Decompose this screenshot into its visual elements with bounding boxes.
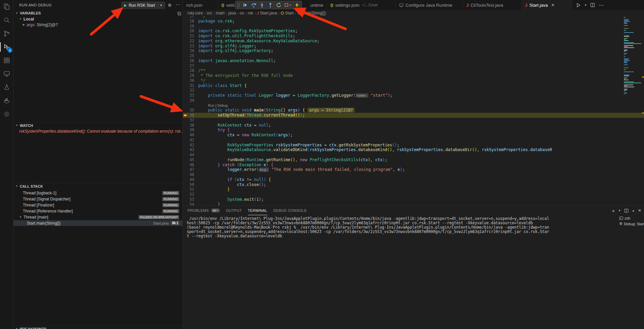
drag-handle-icon[interactable]: [236, 1, 240, 9]
breakpoint-gutter[interactable]: [183, 118, 188, 123]
variable-row-args[interactable]: ▶ args : String[2]@7: [13, 22, 182, 28]
breakpoint-gutter[interactable]: [183, 123, 188, 128]
tab-nch-json[interactable]: nch.json: [183, 0, 218, 10]
terminal-list-item-debug-start[interactable]: ⚙Debug: Start: [618, 221, 644, 227]
breakpoint-gutter[interactable]: [183, 147, 188, 152]
breakpoint-gutter[interactable]: [183, 34, 188, 39]
chevron-down-icon[interactable]: ▼: [584, 4, 587, 7]
step-out-button[interactable]: [267, 1, 274, 9]
docker-icon[interactable]: [0, 94, 13, 107]
remote-explorer-icon[interactable]: [0, 67, 13, 81]
breadcrumb-item[interactable]: main: [216, 11, 225, 15]
breakpoint-gutter[interactable]: [183, 172, 188, 177]
breadcrumb-item[interactable]: rsk: [248, 11, 253, 15]
breakpoint-gutter[interactable]: [183, 29, 188, 34]
panel-views-icon[interactable]: [177, 11, 181, 16]
testing-icon[interactable]: [0, 81, 13, 94]
panel-tab-terminal[interactable]: TERMINAL: [248, 206, 267, 215]
breakpoint-gutter[interactable]: [183, 162, 188, 168]
breakpoint-gutter[interactable]: [183, 128, 188, 133]
panel-tab-problems[interactable]: PROBLEMS1K+: [187, 206, 220, 215]
new-terminal-icon[interactable]: +: [612, 208, 615, 214]
breakpoint-gutter[interactable]: [183, 88, 188, 93]
breakpoint-gutter[interactable]: [183, 143, 188, 148]
stack-frame-row[interactable]: Start.main(String[])Start.java36:1: [13, 220, 182, 226]
maximize-panel-icon[interactable]: ▲: [632, 209, 635, 212]
breakpoint-gutter[interactable]: [183, 133, 188, 138]
tab-start-java[interactable]: JStart.java✕: [522, 0, 572, 10]
variables-section-header[interactable]: ▼ VARIABLES: [13, 10, 182, 16]
breakpoint-gutter[interactable]: [183, 202, 188, 206]
call-stack-thread-row[interactable]: Thread [Signal Dispatcher]RUNNING: [13, 196, 182, 202]
watch-expression-row[interactable]: rskSystemProperties.databaseKind(): Cann…: [13, 128, 182, 134]
breadcrumb-item[interactable]: co: [239, 11, 244, 15]
breakpoint-gutter[interactable]: [183, 39, 188, 44]
current-execution-arrow-icon[interactable]: [183, 113, 188, 118]
split-terminal-icon[interactable]: [624, 208, 629, 213]
variables-scope-local[interactable]: ▼ Local: [13, 16, 182, 22]
minimap[interactable]: [624, 16, 643, 117]
call-stack-thread-row[interactable]: Thread [logback-1]RUNNING: [13, 190, 182, 196]
panel-tab-debug-console[interactable]: DEBUG CONSOLE: [273, 206, 307, 215]
launch-config-dropdown[interactable]: ▶ Run RSK Start ▼: [121, 2, 165, 9]
breadcrumb-item[interactable]: JStart.java: [257, 11, 277, 15]
breakpoints-section-header[interactable]: ▼ BREAKPOINTS: [13, 326, 182, 329]
stop-button[interactable]: ▼: [283, 1, 292, 9]
breakpoint-gutter[interactable]: [183, 192, 188, 197]
breakpoint-gutter[interactable]: [183, 93, 188, 98]
breakpoint-gutter[interactable]: [183, 58, 188, 63]
terminal-output[interactable]: /usr/bin/env /Library/Internet\ Plug-Ins…: [187, 217, 617, 329]
call-stack-thread-row[interactable]: ▼Thread [main]PAUSED ON BREAKPOINT: [13, 214, 182, 220]
extensions-icon[interactable]: [0, 54, 13, 67]
restart-button[interactable]: [275, 1, 282, 9]
tab-clitoolstest-java[interactable]: JCliToolsTest.java: [463, 0, 522, 10]
hot-code-replace-icon[interactable]: [293, 1, 301, 9]
watch-section-header[interactable]: ▼ WATCH: [13, 122, 182, 128]
breakpoint-gutter[interactable]: [183, 138, 188, 143]
breadcrumb-item[interactable]: main(String[]): [298, 11, 326, 15]
tab-settings-json[interactable]: {}settings.json~/.../User: [327, 0, 396, 10]
continue-button[interactable]: [241, 1, 249, 9]
breakpoint-gutter[interactable]: [183, 48, 188, 53]
breakpoint-gutter[interactable]: [183, 19, 188, 24]
breakpoint-gutter[interactable]: [183, 68, 188, 73]
breakpoint-gutter[interactable]: [183, 98, 188, 103]
breakpoint-gutter[interactable]: [183, 108, 188, 113]
breakpoint-gutter[interactable]: [183, 16, 188, 19]
breakpoint-gutter[interactable]: [183, 53, 188, 58]
call-stack-thread-row[interactable]: Thread [Reference Handler]RUNNING: [13, 208, 182, 214]
breakpoint-gutter[interactable]: [183, 177, 188, 182]
breakpoint-gutter[interactable]: [183, 83, 188, 88]
breadcrumb-item[interactable]: src: [207, 11, 212, 15]
code-editor[interactable]: 17 */18package co.rsk;1920import co.rsk.…: [183, 16, 644, 205]
breakpoint-gutter[interactable]: [183, 182, 188, 187]
panel-tab-output[interactable]: OUTPUT: [226, 206, 242, 215]
explorer-icon[interactable]: [0, 0, 13, 13]
breakpoint-gutter[interactable]: [183, 103, 188, 108]
codelens-run-debug[interactable]: Run | Debug: [208, 103, 228, 107]
breakpoint-gutter[interactable]: [183, 44, 188, 49]
gear-icon[interactable]: ⚙: [168, 3, 172, 8]
breadcrumb-item[interactable]: rskj-core: [187, 11, 203, 15]
breakpoint-gutter[interactable]: [183, 197, 188, 202]
breakpoint-gutter[interactable]: [183, 152, 188, 157]
run-and-debug-icon[interactable]: 1: [0, 40, 13, 54]
run-file-button[interactable]: [576, 3, 581, 8]
breakpoint-gutter[interactable]: [183, 187, 188, 192]
step-over-button[interactable]: [250, 1, 257, 9]
tab-configure-java-runtime[interactable]: Configure Java Runtime: [396, 0, 463, 10]
terminal-list-item-zsh[interactable]: zsh: [618, 215, 644, 221]
chevron-down-icon[interactable]: ▼: [618, 209, 621, 212]
call-stack-thread-row[interactable]: Thread [Finalizer]RUNNING: [13, 202, 182, 208]
breakpoint-gutter[interactable]: [183, 78, 188, 83]
close-icon[interactable]: ✕: [551, 3, 554, 7]
breakpoint-gutter[interactable]: [183, 24, 188, 29]
breakpoint-gutter[interactable]: [183, 63, 188, 68]
gradle-icon[interactable]: [0, 107, 13, 121]
breakpoint-gutter[interactable]: [183, 157, 188, 162]
breadcrumb-item[interactable]: java: [228, 11, 236, 15]
more-actions-icon[interactable]: ⋯: [176, 2, 180, 7]
call-stack-section-header[interactable]: ▼ CALL STACK: [13, 183, 182, 189]
search-icon[interactable]: [0, 13, 13, 27]
breakpoint-gutter[interactable]: [183, 73, 188, 78]
